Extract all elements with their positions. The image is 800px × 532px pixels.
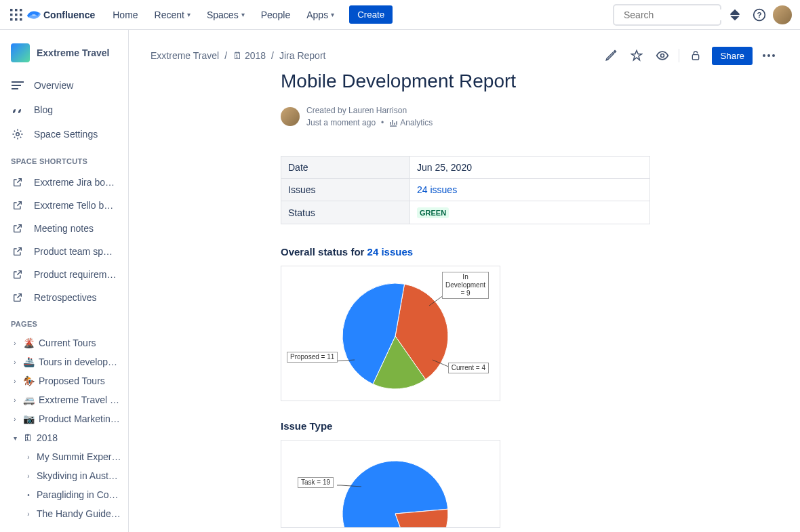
notification-icon[interactable]: [724, 4, 746, 26]
analytics-icon: [389, 119, 397, 127]
search-box[interactable]: [613, 4, 721, 26]
shortcut-link[interactable]: Exxtreme Tello board: [0, 194, 128, 217]
external-link-icon: [11, 291, 24, 304]
chevron-icon[interactable]: ›: [24, 510, 33, 518]
nav-home[interactable]: Home: [106, 5, 144, 24]
sidebar-blog[interactable]: Blog: [0, 98, 128, 122]
create-button[interactable]: Create: [349, 5, 393, 24]
chevron-down-icon: ▾: [241, 11, 245, 18]
info-value: GREEN: [410, 201, 650, 224]
chevron-icon[interactable]: ›: [24, 453, 33, 461]
confluence-logo-text: Confluence: [43, 9, 95, 20]
chevron-icon[interactable]: ›: [11, 396, 19, 404]
page-tree-item[interactable]: ›🌋Current Tours: [0, 333, 128, 352]
shortcut-link[interactable]: Product team space: [0, 240, 128, 263]
chevron-icon[interactable]: ▾: [11, 434, 19, 442]
page-tree-child[interactable]: ›Skydiving in Aust…: [0, 466, 128, 485]
app-switcher-icon[interactable]: [8, 7, 24, 23]
overall-status-chart: Proposed = 11 In Development = 9 Current…: [281, 266, 500, 401]
overall-status-heading: Overall status for 24 issues: [281, 246, 772, 258]
gear-icon: [11, 127, 24, 141]
page-meta: Created by Lauren Harrison Just a moment…: [281, 104, 772, 129]
shortcut-link[interactable]: Meeting notes: [0, 217, 128, 240]
nav-items: Home Recent▾ Spaces▾ People Apps▾: [106, 5, 341, 24]
sidebar: Exxtreme Travel Overview Blog Space Sett…: [0, 30, 129, 532]
svg-rect-3: [10, 14, 13, 16]
external-link-icon: [11, 245, 24, 258]
overall-issues-link[interactable]: 24 issues: [367, 246, 414, 258]
sidebar-space-settings[interactable]: Space Settings: [0, 122, 128, 146]
page-tree-child[interactable]: ›My Summit Exper…: [0, 447, 128, 466]
svg-point-19: [763, 54, 765, 57]
svg-rect-6: [10, 18, 13, 21]
nav-apps[interactable]: Apps▾: [300, 5, 341, 24]
svg-rect-5: [20, 14, 22, 16]
more-icon[interactable]: [759, 46, 778, 65]
main-content: Exxtreme Travel / 🗓 2018 / Jira Report S…: [129, 30, 800, 532]
user-avatar[interactable]: [773, 5, 792, 24]
svg-rect-2: [20, 9, 22, 12]
page-tree-item[interactable]: ›🚢Tours in develop…: [0, 352, 128, 371]
space-header[interactable]: Exxtreme Travel: [0, 38, 128, 73]
external-link-icon: [11, 199, 24, 212]
shortcut-link[interactable]: Retrospectives: [0, 286, 128, 309]
page-tree-item[interactable]: ›🚐Exxtreme Travel …: [0, 390, 128, 409]
analytics-link[interactable]: Analytics: [389, 117, 433, 129]
issue-type-heading: Issue Type: [281, 420, 772, 432]
external-link-icon: [11, 268, 24, 281]
chevron-down-icon: ▾: [187, 11, 191, 18]
share-button[interactable]: Share: [712, 47, 753, 65]
nav-people[interactable]: People: [254, 5, 298, 24]
author-name[interactable]: Lauren Harrison: [348, 106, 407, 115]
author-avatar[interactable]: [281, 107, 300, 126]
svg-rect-18: [693, 55, 699, 60]
svg-rect-0: [10, 9, 13, 12]
breadcrumb-current[interactable]: Jira Report: [279, 50, 325, 61]
info-row: Issues24 issues: [281, 179, 650, 201]
page-actions: Share: [601, 46, 778, 65]
svg-point-21: [772, 54, 775, 57]
chevron-down-icon: ▾: [331, 11, 334, 18]
help-icon[interactable]: ?: [748, 4, 770, 26]
chevron-icon[interactable]: ›: [11, 415, 19, 423]
chevron-icon[interactable]: ›: [11, 340, 19, 347]
edit-icon[interactable]: [601, 46, 620, 65]
info-label: Status: [281, 201, 410, 224]
issues-link[interactable]: 24 issues: [417, 184, 457, 195]
space-name: Exxtreme Travel: [37, 47, 109, 58]
breadcrumbs: Exxtreme Travel / 🗓 2018 / Jira Report: [151, 50, 325, 61]
svg-text:?: ?: [757, 10, 761, 19]
nav-recent[interactable]: Recent▾: [148, 5, 197, 24]
chevron-icon[interactable]: ›: [11, 359, 19, 366]
top-nav: Confluence Home Recent▾ Spaces▾ People A…: [0, 0, 800, 30]
svg-rect-8: [20, 18, 22, 21]
info-table: DateJun 25, 2020Issues24 issuesStatusGRE…: [281, 156, 650, 224]
confluence-logo[interactable]: Confluence: [27, 8, 95, 22]
restrictions-icon[interactable]: [686, 46, 705, 65]
page-tree-item[interactable]: ›🏇Proposed Tours: [0, 371, 128, 390]
sidebar-overview[interactable]: Overview: [0, 73, 128, 98]
page-tree-child[interactable]: ›The Handy Guide…: [0, 504, 128, 523]
shortcut-link[interactable]: Product requiremen…: [0, 263, 128, 286]
breadcrumb-space[interactable]: Exxtreme Travel: [151, 50, 219, 61]
chevron-icon[interactable]: ›: [24, 472, 33, 480]
breadcrumb-parent[interactable]: 🗓 2018: [233, 50, 266, 61]
info-value: 24 issues: [410, 179, 650, 201]
chart-label-task: Task = 19: [298, 477, 334, 488]
page-tree-child[interactable]: •Paragliding in Co…: [0, 485, 128, 504]
shortcuts-header: SPACE SHORTCUTS: [0, 146, 128, 171]
shortcut-link[interactable]: Exxtreme Jira board: [0, 171, 128, 194]
space-logo: [11, 43, 30, 62]
svg-point-17: [661, 54, 664, 58]
star-icon[interactable]: [627, 46, 646, 65]
chevron-icon[interactable]: •: [24, 491, 33, 499]
page-tree-item[interactable]: ›📷Product Marketin…: [0, 409, 128, 428]
pages-header: PAGES: [0, 309, 128, 333]
chevron-icon[interactable]: ›: [11, 377, 19, 385]
page-title: Mobile Development Report: [281, 70, 772, 92]
watch-icon[interactable]: [653, 46, 672, 65]
nav-spaces[interactable]: Spaces▾: [200, 5, 252, 24]
page-tree-item[interactable]: ▾🗓2018: [0, 428, 128, 447]
status-badge: GREEN: [417, 207, 449, 218]
svg-point-20: [767, 54, 770, 57]
